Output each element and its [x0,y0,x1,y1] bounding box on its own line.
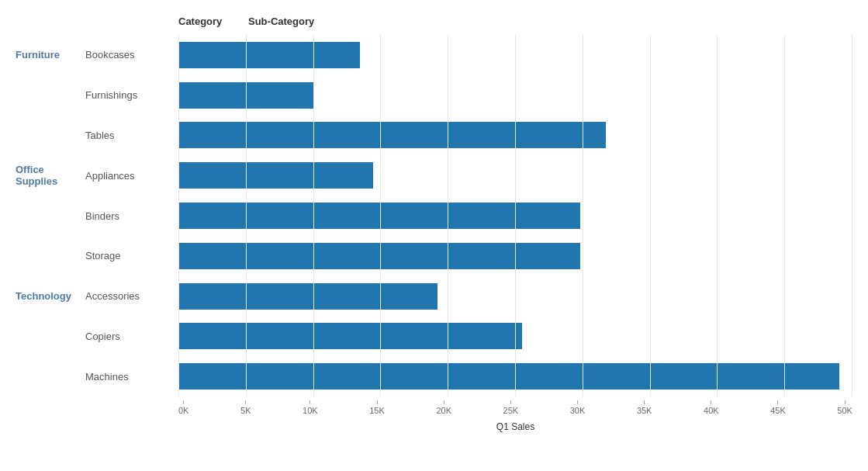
subcategory-label: Bookcases [85,49,178,61]
x-tick: 50K [837,400,852,415]
subcategory-label: Storage [85,250,178,261]
chart-rows-area: FurnitureBookcasesFurnishingsTablesOffic… [16,35,852,397]
subcategory-label: Tables [85,130,178,141]
labels-area: FurnitureBookcasesFurnishingsTablesOffic… [16,35,178,397]
bar-row [178,155,852,196]
x-tick: 45K [770,400,786,415]
bar [178,363,839,390]
label-row: Tables [16,116,178,156]
label-row: TechnologyAccessories [16,276,178,317]
tick-label: 5K [240,406,251,415]
bar [178,42,360,68]
label-row: FurnitureBookcases [16,35,178,75]
tick-line [444,400,444,404]
subcategory-label: Furnishings [85,89,178,101]
bar-row [178,316,852,356]
bar-row [178,196,852,236]
tick-label: 50K [837,406,852,415]
bar [178,82,314,109]
label-row: Copiers [16,316,178,356]
tick-label: 45K [770,406,786,415]
x-axis: 0K5K10K15K20K25K30K35K40K45K50K [16,400,852,415]
x-tick: 10K [303,400,318,415]
tick-label: 0K [178,406,188,415]
x-tick: 25K [503,400,519,415]
tick-line [310,400,310,404]
bar [178,243,580,269]
category-label: Technology [16,290,85,302]
x-axis-ticks: 0K5K10K15K20K25K30K35K40K45K50K [178,400,852,415]
x-tick: 35K [637,400,652,415]
tick-line [845,400,846,404]
x-tick: 30K [570,400,586,415]
tick-line [245,400,246,404]
bar [178,203,580,229]
category-label: OfficeSupplies [16,164,85,188]
tick-label: 30K [570,406,586,415]
bar [178,162,373,189]
tick-label: 20K [436,406,451,415]
tick-label: 40K [704,406,719,415]
tick-label: 35K [637,406,652,415]
bar [178,323,522,349]
tick-line [711,400,711,404]
bar-row [178,35,852,75]
x-tick: 0K [178,400,188,415]
bar-row [178,356,852,397]
x-tick: 40K [704,400,719,415]
x-tick: 15K [369,400,385,415]
chart-header: Category Sub-Category [16,16,852,27]
tick-label: 10K [303,406,318,415]
subcategory-label: Binders [85,210,178,222]
subcategory-label: Accessories [85,290,178,302]
label-row: OfficeSuppliesAppliances [16,155,178,196]
subcategory-header: Sub-Category [248,16,341,27]
bar-row [178,276,852,317]
tick-line [644,400,645,404]
tick-line [510,400,511,404]
tick-line [183,400,184,404]
tick-line [577,400,578,404]
subcategory-label: Machines [85,371,178,383]
tick-label: 15K [369,406,385,415]
tick-line [777,400,778,404]
label-row: Furnishings [16,75,178,116]
tick-label: 25K [503,406,519,415]
subcategory-label: Appliances [85,170,178,182]
tick-line [377,400,378,404]
bar-row [178,236,852,276]
label-row: Binders [16,196,178,236]
bars-wrapper [178,35,852,397]
chart-container: Category Sub-Category FurnitureBookcases… [0,0,868,471]
label-row: Storage [16,236,178,276]
category-header: Category [178,16,248,27]
category-label: Furniture [16,49,85,61]
bar [178,122,606,148]
label-row: Machines [16,356,178,397]
bar-row [178,75,852,116]
x-axis-label: Q1 Sales [178,421,852,432]
x-tick: 5K [240,400,251,415]
bar-row [178,116,852,156]
x-tick: 20K [436,400,451,415]
subcategory-label: Copiers [85,331,178,342]
bar [178,283,437,310]
